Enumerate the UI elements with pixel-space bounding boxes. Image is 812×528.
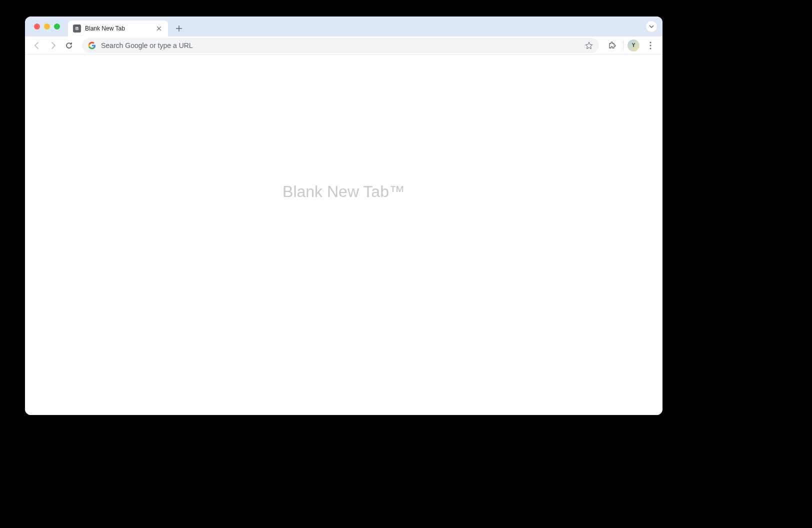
- window-controls: [30, 16, 64, 36]
- arrow-right-icon: [49, 42, 57, 50]
- browser-tab[interactable]: B Blank New Tab: [68, 20, 168, 36]
- page-content: Blank New Tab™: [25, 54, 662, 415]
- tab-favicon-letter: B: [76, 26, 79, 31]
- kebab-menu-icon: [650, 42, 652, 50]
- reload-icon: [65, 42, 73, 50]
- menu-button[interactable]: [644, 38, 658, 52]
- tab-favicon-icon: B: [73, 24, 81, 32]
- puzzle-icon: [608, 42, 616, 50]
- tab-close-button[interactable]: [155, 24, 163, 32]
- window-maximize-button[interactable]: [54, 24, 60, 30]
- address-input[interactable]: [101, 42, 580, 50]
- back-button[interactable]: [30, 38, 44, 52]
- close-icon: [157, 26, 161, 30]
- window-close-button[interactable]: [34, 24, 40, 30]
- bookmark-button[interactable]: [585, 42, 593, 50]
- tab-title: Blank New Tab: [85, 25, 155, 32]
- plus-icon: [176, 26, 182, 32]
- page-heading: Blank New Tab™: [282, 182, 405, 200]
- forward-button[interactable]: [46, 38, 60, 52]
- toolbar-right: Y: [605, 38, 658, 52]
- svg-point-0: [650, 42, 652, 43]
- chevron-down-icon: [649, 25, 654, 28]
- profile-initial: Y: [632, 42, 636, 48]
- browser-window: B Blank New Tab: [25, 16, 662, 415]
- address-bar[interactable]: [82, 38, 599, 53]
- arrow-left-icon: [33, 42, 41, 50]
- google-icon: [88, 42, 96, 50]
- reload-button[interactable]: [62, 38, 76, 52]
- svg-point-1: [650, 44, 652, 46]
- toolbar-divider: [623, 41, 624, 50]
- tab-strip: B Blank New Tab: [25, 16, 662, 36]
- star-icon: [585, 42, 593, 50]
- tabs-dropdown-button[interactable]: [646, 20, 658, 32]
- browser-toolbar: Y: [25, 36, 662, 54]
- new-tab-button[interactable]: [172, 22, 186, 36]
- window-minimize-button[interactable]: [44, 24, 50, 30]
- extensions-button[interactable]: [605, 38, 619, 52]
- profile-avatar-button[interactable]: Y: [628, 40, 640, 52]
- svg-point-2: [650, 48, 652, 49]
